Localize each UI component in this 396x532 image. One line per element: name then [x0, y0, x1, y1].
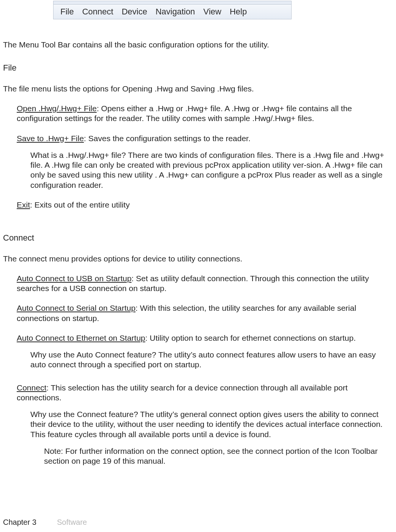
connect-note: Note: For further information on the con…: [44, 446, 393, 466]
connect-why-connect: Why use the Connect feature? The utlity’…: [30, 409, 393, 439]
connect-why-auto: Why use the Auto Connect feature? The ut…: [30, 350, 393, 370]
file-save-label: Save to .Hwg+ File: [17, 134, 84, 143]
menu-item-help[interactable]: Help: [230, 7, 247, 17]
connect-auto-eth-desc: : Utility option to search for ethernet …: [145, 334, 356, 342]
connect-auto-usb-label: Auto Connect to USB on Startup: [17, 274, 131, 283]
menu-bar: File Connect Device Navigation View Help: [53, 4, 292, 19]
menu-item-connect[interactable]: Connect: [82, 7, 113, 17]
connect-connect-desc: : This selection has the utility search …: [17, 383, 348, 402]
body-text: The Menu Tool Bar contains all the basic…: [0, 40, 396, 466]
file-save-desc: : Saves the configuration settings to th…: [84, 134, 251, 143]
file-open-item: Open .Hwg/.Hwg+ File: Opens either a .Hw…: [17, 104, 393, 124]
file-exit-label: Exit: [17, 200, 30, 209]
connect-auto-serial-item: Auto Connect to Serial on Startup: With …: [17, 303, 393, 323]
file-open-label: Open .Hwg/.Hwg+ File: [17, 104, 97, 113]
file-whatis: What is a .Hwg/.Hwg+ file? There are two…: [30, 150, 393, 190]
menu-item-navigation[interactable]: Navigation: [156, 7, 195, 17]
heading-connect: Connect: [3, 233, 393, 243]
connect-auto-eth-item: Auto Connect to Ethernet on Startup: Uti…: [17, 333, 393, 343]
file-intro: The file menu lists the options for Open…: [3, 84, 393, 94]
window-chrome: [53, 1, 292, 4]
connect-auto-serial-label: Auto Connect to Serial on Startup: [17, 304, 136, 312]
connect-auto-eth-label: Auto Connect to Ethernet on Startup: [17, 334, 145, 342]
file-exit-desc: : Exits out of the entire utility: [30, 200, 130, 209]
connect-intro: The connect menu provides options for de…: [3, 254, 393, 264]
footer-chapter: Chapter 3: [3, 518, 36, 527]
lead-paragraph: The Menu Tool Bar contains all the basic…: [3, 40, 393, 50]
heading-file: File: [3, 63, 393, 73]
connect-connect-label: Connect: [17, 383, 46, 392]
footer-section: Software: [57, 518, 87, 527]
file-save-item: Save to .Hwg+ File: Saves the configurat…: [17, 134, 393, 143]
menu-item-device[interactable]: Device: [121, 7, 147, 17]
file-exit-item: Exit: Exits out of the entire utility: [17, 200, 393, 210]
document-page: File Connect Device Navigation View Help…: [0, 0, 396, 532]
menu-item-view[interactable]: View: [204, 7, 221, 17]
menu-toolbar-screenshot: File Connect Device Navigation View Help: [53, 1, 292, 19]
menu-item-file[interactable]: File: [60, 7, 74, 17]
connect-connect-item: Connect: This selection has the utility …: [17, 383, 393, 403]
connect-auto-usb-item: Auto Connect to USB on Startup: Set as u…: [17, 274, 393, 294]
